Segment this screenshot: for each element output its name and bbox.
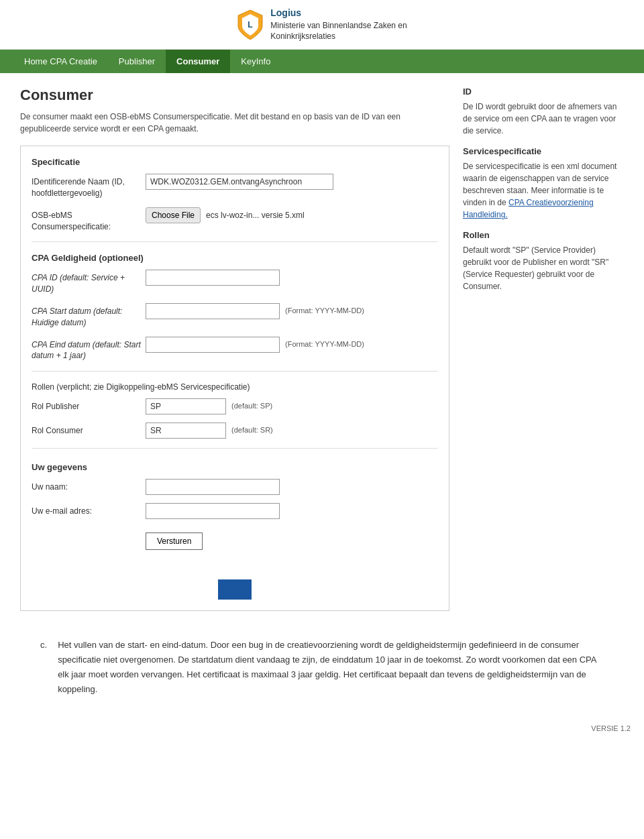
nav-bar: Home CPA Creatie Publisher Consumer KeyI…: [0, 50, 644, 73]
uw-email-input[interactable]: [146, 503, 280, 519]
uw-naam-group: Uw naam:: [32, 479, 438, 495]
logo-title: Logius: [270, 7, 407, 20]
uw-email-label: Uw e-mail adres:: [32, 503, 146, 517]
blue-rectangle: [218, 579, 252, 600]
bottom-text-section: c. Het vullen van de start- en eind-datu…: [0, 624, 644, 717]
main-content: Consumer De consumer maakt een OSB-ebMS …: [0, 73, 644, 624]
info-id-heading: ID: [463, 87, 624, 97]
info-rollen-text: Default wordt "SP" (Service Provider) ge…: [463, 244, 624, 292]
bottom-text-item: c. Het vullen van de start- en eind-datu…: [40, 638, 604, 697]
logo-area: L Logius Ministerie van Binnenlandse Zak…: [237, 7, 407, 42]
info-servicespec-text: De servicespecificatie is een xml docume…: [463, 160, 624, 221]
choose-file-button[interactable]: Choose File: [146, 207, 201, 223]
logo-subtitle: Ministerie van Binnenlandse Zaken en: [270, 20, 407, 32]
field-id-label: IDentificerende Naam (ID, hoofdlettergev…: [32, 174, 146, 199]
rol-publisher-input[interactable]: [146, 398, 226, 414]
logo-text-area: Logius Ministerie van Binnenlandse Zaken…: [270, 7, 407, 42]
uw-email-group: Uw e-mail adres:: [32, 503, 438, 519]
cpa-start-label: CPA Start datum (default: Huidige datum): [32, 303, 146, 329]
uw-naam-label: Uw naam:: [32, 479, 146, 493]
version-text: VERSIE 1.2: [0, 718, 644, 739]
bottom-item-label: c.: [40, 638, 47, 697]
form-box: Specificatie IDentificerende Naam (ID, h…: [20, 146, 449, 611]
nav-keyinfo[interactable]: KeyInfo: [230, 50, 281, 73]
uw-gegevens-label: Uw gegevens: [32, 462, 438, 472]
file-input-area: Choose File ecs lv-woz-in... versie 5.xm…: [146, 207, 305, 223]
nav-publisher[interactable]: Publisher: [108, 50, 166, 73]
rol-publisher-label: Rol Publisher: [32, 398, 146, 412]
rol-publisher-group: Rol Publisher (default: SP): [32, 398, 438, 414]
info-servicespec-heading: Servicespecificatie: [463, 146, 624, 156]
field-osb-group: OSB-ebMS Consumerspecificatie: Choose Fi…: [32, 207, 438, 233]
divider-1: [32, 241, 438, 242]
logo-subtitle2: Koninkrijksrelaties: [270, 31, 407, 42]
cpa-eind-hint: (Format: YYYY-MM-DD): [285, 337, 364, 348]
cpa-id-group: CPA ID (default: Service + UUID): [32, 270, 438, 295]
uw-naam-input[interactable]: [146, 479, 280, 495]
rol-consumer-group: Rol Consumer (default: SR): [32, 423, 438, 439]
submit-button[interactable]: Versturen: [146, 533, 203, 550]
nav-consumer[interactable]: Consumer: [166, 50, 230, 73]
cpa-id-input[interactable]: [146, 270, 280, 286]
svg-text:L: L: [248, 20, 253, 30]
cpa-geldigheid-label: CPA Geldigheid (optioneel): [32, 253, 438, 263]
info-id-text: De ID wordt gebruikt door de afnemers va…: [463, 101, 624, 137]
rol-publisher-default: (default: SP): [231, 398, 272, 410]
file-name-text: ecs lv-woz-in... versie 5.xml: [206, 211, 305, 220]
uw-gegevens-section: Uw gegevens Uw naam: Uw e-mail adres:: [32, 462, 438, 519]
logo-shield-icon: L: [237, 9, 264, 41]
submit-area: Versturen: [32, 533, 438, 550]
divider-3: [32, 448, 438, 449]
header: L Logius Ministerie van Binnenlandse Zak…: [0, 0, 644, 50]
divider-2: [32, 371, 438, 372]
cpa-start-hint: (Format: YYYY-MM-DD): [285, 303, 364, 315]
cpa-geldigheid-section: CPA Geldigheid (optioneel): [32, 253, 438, 263]
info-section: ID De ID wordt gebruikt door de afnemers…: [463, 87, 624, 611]
rol-consumer-input[interactable]: [146, 423, 226, 439]
nav-home-cpa-creatie[interactable]: Home CPA Creatie: [13, 50, 108, 73]
rollen-title: Rollen (verplicht; zie Digikoppeling-ebM…: [32, 382, 438, 392]
cpa-id-label: CPA ID (default: Service + UUID): [32, 270, 146, 295]
field-osb-label: OSB-ebMS Consumerspecificatie:: [32, 207, 146, 233]
cpa-eind-group: CPA Eind datum (default: Start datum + 1…: [32, 337, 438, 362]
field-id-group: IDentificerende Naam (ID, hoofdlettergev…: [32, 174, 438, 199]
cpa-start-group: CPA Start datum (default: Huidige datum)…: [32, 303, 438, 329]
rol-consumer-label: Rol Consumer: [32, 423, 146, 437]
bottom-item-text: Het vullen van de start- en eind-datum. …: [58, 638, 604, 697]
page-title: Consumer: [20, 87, 449, 104]
field-id-input[interactable]: [146, 174, 333, 190]
rol-consumer-default: (default: SR): [231, 423, 273, 434]
info-rollen-heading: Rollen: [463, 230, 624, 240]
rollen-section: Rollen (verplicht; zie Digikoppeling-ebM…: [32, 382, 438, 439]
cpa-start-input[interactable]: [146, 303, 280, 319]
cpa-eind-input[interactable]: [146, 337, 280, 353]
page-description: De consumer maakt een OSB-ebMS Consumers…: [20, 111, 449, 135]
form-section: Consumer De consumer maakt een OSB-ebMS …: [20, 87, 449, 611]
cpa-eind-label: CPA Eind datum (default: Start datum + 1…: [32, 337, 146, 362]
specificatie-label: Specificatie: [32, 157, 438, 167]
